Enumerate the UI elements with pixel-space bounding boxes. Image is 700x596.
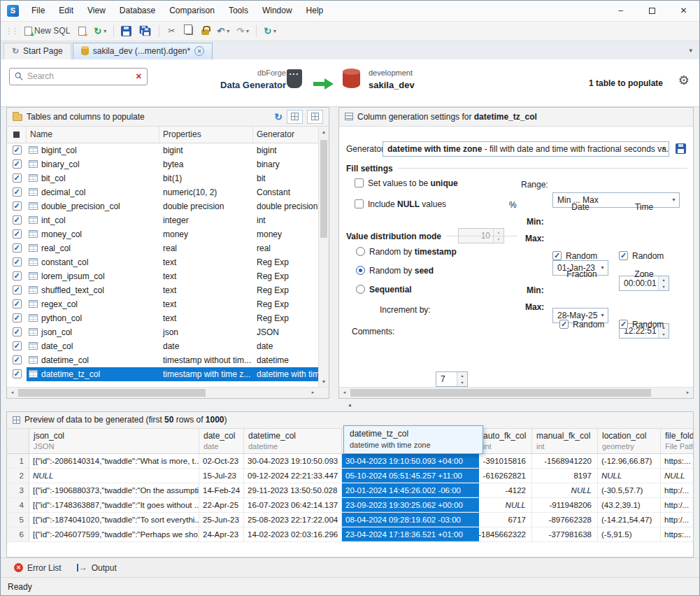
save-all-button[interactable] (136, 23, 155, 38)
preview-cell[interactable]: NULL (532, 483, 598, 497)
table-row[interactable]: ✓python_coltextReg Exp (7, 311, 318, 325)
menu-tools[interactable]: Tools (222, 1, 255, 21)
table-row[interactable]: ✓json_coljsonJSON (7, 325, 318, 339)
table-row[interactable]: ✓shuffled_text_coltextReg Exp (7, 283, 318, 297)
chevron-down-icon[interactable]: ▾ (103, 28, 106, 34)
row-checkbox[interactable]: ✓ (7, 353, 27, 367)
scrollbar-thumb[interactable] (320, 140, 327, 238)
preview-cell[interactable]: NULL (661, 469, 693, 483)
new-sql-button[interactable]: New SQL (22, 23, 73, 38)
preview-cell[interactable]: http:/... (661, 513, 693, 527)
chevron-down-icon[interactable]: ▾ (658, 142, 669, 156)
preview-cell[interactable]: NULL (29, 469, 199, 483)
save-button[interactable] (118, 23, 134, 38)
tab-error-list[interactable]: ✕ Error List (8, 558, 68, 577)
preview-column-header[interactable]: file_folderFile Path ( (661, 429, 693, 453)
preview-cell[interactable]: -897662328 (532, 513, 598, 527)
chevron-down-icon[interactable]: ▾ (273, 28, 276, 34)
preview-cell[interactable]: http:/... (661, 483, 693, 497)
scroll-down-icon[interactable]: ▼ (319, 376, 329, 387)
row-checkbox[interactable]: ✓ (7, 255, 27, 269)
collapse-icon[interactable]: ▴ (341, 401, 360, 409)
chevron-down-icon[interactable]: ▾ (227, 28, 229, 34)
preview-cell[interactable]: 23-09-2023 19:30:25.062 +00:00 (342, 498, 479, 512)
preview-cell[interactable]: 22-Apr-25 (199, 498, 244, 512)
preview-cell[interactable]: 02-Oct-23 (199, 454, 244, 468)
preview-cell[interactable]: https:... (661, 527, 693, 541)
preview-cell[interactable]: [{"id":-2086140314,"twaddle":"What is mo… (29, 454, 199, 468)
row-checkbox[interactable]: ✓ (7, 171, 27, 185)
scroll-up-icon[interactable]: ▲ (319, 127, 329, 137)
preview-cell[interactable]: 8197 (532, 469, 598, 483)
column-header-generator[interactable]: Generator (253, 127, 318, 143)
preview-cell[interactable]: 30-04-2023 19:10:50.093 (244, 454, 342, 468)
unique-checkbox[interactable]: ✓ Set values to be unique (355, 178, 458, 188)
menu-file[interactable]: File (24, 1, 52, 21)
preview-cell[interactable]: 29-11-2023 13:50:50.028 (244, 483, 342, 497)
table-row[interactable]: ✓binary_colbyteabinary (7, 157, 318, 171)
preview-cell[interactable]: 09-12-2024 22:21:33.447 (244, 469, 342, 483)
table-row[interactable]: ✓regex_coltextReg Exp (7, 297, 318, 311)
random-by-timestamp-radio[interactable]: Random by timestamp (356, 247, 457, 257)
preview-cell[interactable]: [{"id":-1906880373,"twaddle":"On the ass… (29, 483, 199, 497)
preview-cell[interactable]: 6717 (479, 513, 532, 527)
maximize-button[interactable] (636, 1, 668, 21)
horizontal-scrollbar[interactable]: ◂ ▸ (7, 387, 318, 398)
clear-search-icon[interactable]: ✕ (136, 72, 142, 81)
refresh-icon[interactable]: ↻ (274, 111, 283, 122)
table-row[interactable]: ✓real_colrealreal (7, 241, 318, 255)
table-row[interactable]: ✓decimal_colnumeric(10, 2)Constant (7, 185, 318, 199)
redo-button[interactable]: ↷ ▾ (234, 23, 252, 38)
sequential-radio[interactable]: Sequential (356, 285, 412, 295)
preview-column-header[interactable]: date_coldate (199, 429, 244, 453)
preview-cell[interactable]: 08-04-2024 09:28:19.602 -03:00 (342, 513, 479, 527)
menu-help[interactable]: Help (299, 1, 331, 21)
row-checkbox[interactable]: ✓ (7, 339, 27, 353)
preview-cell[interactable]: NULL (598, 469, 661, 483)
new-data-generation-button[interactable] (74, 23, 90, 38)
column-header-properties[interactable]: Properties (159, 127, 253, 143)
chevron-down-icon[interactable]: ▾ (669, 193, 679, 207)
close-tab-icon[interactable]: ✕ (194, 46, 204, 56)
search-input[interactable] (27, 71, 131, 81)
search-box[interactable]: ✕ (9, 68, 148, 85)
preview-cell[interactable]: 16-07-2023 06:42:14.137 (244, 498, 342, 512)
scroll-right-icon[interactable]: ▸ (683, 388, 693, 398)
minimize-button[interactable]: – (605, 1, 636, 21)
table-row[interactable]: ✓bit_colbit(1)bit (7, 171, 318, 185)
preview-cell[interactable]: 23-04-2024 17:18:36.521 +01:00 (342, 527, 479, 541)
include-null-checkbox[interactable]: ✓ Include NULL values (355, 199, 446, 209)
row-checkbox[interactable]: ✓ (7, 227, 27, 241)
fraction-random-checkbox[interactable]: ✓ Random (559, 320, 604, 329)
toolbar-grip[interactable]: ⋮⋮ (5, 27, 17, 36)
preview-cell[interactable]: [{"id":-1748363887,"twaddle":"It goes wi… (29, 498, 199, 512)
copy-button[interactable] (180, 23, 196, 38)
preview-cell[interactable]: -4122 (479, 483, 532, 497)
tab-start-page[interactable]: ↻ Start Page (3, 43, 71, 59)
preview-cell[interactable]: NULL (479, 498, 532, 512)
menu-window[interactable]: Window (255, 1, 299, 21)
populate-data-button[interactable]: ↻ ▾ (261, 23, 279, 38)
save-generator-button[interactable] (676, 143, 686, 154)
preview-column-header[interactable]: manual_fk_colint (532, 429, 598, 453)
preview-cell[interactable]: 20-01-2024 14:45:26.002 -06:00 (342, 483, 479, 497)
preview-cell[interactable]: 15-Jul-23 (199, 469, 244, 483)
check-all-button[interactable] (287, 110, 303, 124)
scroll-right-icon[interactable]: ▸ (308, 388, 318, 398)
row-checkbox[interactable]: ✓ (7, 311, 27, 325)
row-checkbox[interactable]: ✓ (7, 157, 27, 171)
preview-column-header[interactable]: auto_fk_colint (479, 429, 532, 453)
table-row[interactable]: ✓money_colmoneymoney (7, 227, 318, 241)
table-row[interactable]: ✓datetime_tz_coltimestamp with time z...… (7, 367, 318, 381)
preview-cell[interactable]: 25-Jun-23 (199, 513, 244, 527)
preview-cell[interactable]: (-14.21,54.47) (598, 513, 661, 527)
menu-comparison[interactable]: Comparison (162, 1, 222, 21)
spinner-arrows-icon[interactable]: ▴▾ (457, 372, 467, 386)
table-row[interactable]: ✓date_coldatedate (7, 339, 318, 353)
scroll-left-icon[interactable]: ◂ (7, 388, 17, 398)
chevron-down-icon[interactable]: ▾ (246, 28, 249, 34)
row-checkbox[interactable]: ✓ (7, 269, 27, 283)
menu-edit[interactable]: Edit (52, 1, 80, 21)
table-row[interactable]: ✓bigint_colbigintbigint (7, 143, 318, 157)
row-checkbox[interactable]: ✓ (7, 283, 27, 297)
